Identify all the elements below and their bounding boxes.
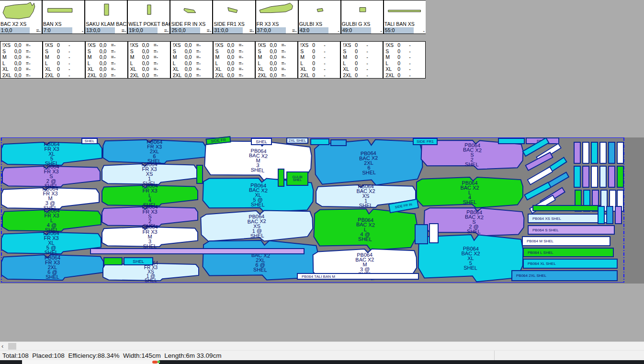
piece-shape-icon (384, 0, 426, 21)
marker-piece[interactable] (429, 223, 439, 243)
size-quantity-row: XL0,0=- (258, 66, 297, 72)
piece-thumbnail-cell[interactable]: SAKU KLAM BACX413:0,0=- (85, 0, 127, 34)
size-table-cell[interactable]: !XS0-S0-M0-L0-XL0-2XL0- (298, 42, 340, 78)
marker-piece[interactable] (617, 166, 624, 188)
marker-piece[interactable] (498, 138, 525, 144)
marker-piece[interactable]: PB064FR X3M3 @SHEL (1, 187, 99, 209)
piece-count-value[interactable]: 7:0 (43, 27, 72, 34)
marker-piece[interactable] (591, 142, 598, 164)
size-table-cell[interactable]: !XS0,0=-S0,0=-M0,0=-L0,0=-XL0,0=-2XL0,0=… (214, 42, 255, 78)
marker-piece[interactable] (532, 205, 600, 211)
size-quantity-row: XL0- (343, 66, 383, 72)
marker-piece[interactable] (617, 142, 624, 164)
piece-count-value[interactable]: 55:0 (384, 27, 414, 34)
marker-piece[interactable]: PB064BAC X2XS1 @SHEL (201, 209, 313, 243)
size-table-cell[interactable]: !XS0-S0-M0-L0-XL0-2XL0- (341, 42, 383, 78)
marker-piece[interactable]: PB064FR X32XL6SHEL (103, 138, 206, 164)
marker-piece[interactable] (330, 139, 347, 146)
marker-piece[interactable]: PB064FR X3XL5 @SHEL (1, 232, 101, 254)
marker-piece[interactable] (582, 166, 589, 188)
pattern-piece-outline (599, 142, 607, 164)
piece-thumbnail-cell[interactable]: FR X3 XS37:0,0=- (256, 0, 298, 34)
piece-thumbnail-cell[interactable]: GULBI G XS49:0- (341, 0, 383, 34)
marker-piece[interactable]: PB064FR X3L4 @SHEL (2, 209, 101, 231)
marker-piece[interactable] (310, 138, 329, 145)
size-table-cell[interactable]: !XS0-S0-M0-L0-XL0-2XL0- (384, 42, 425, 78)
piece-count-value[interactable]: 43:0 (299, 27, 328, 34)
piece-thumbnail-cell[interactable]: BAN XS7:0- (43, 0, 84, 34)
marker-piece[interactable] (599, 166, 607, 188)
marker-piece[interactable] (582, 142, 589, 164)
size-quantity-row: L0- (385, 60, 425, 67)
taskbar[interactable] (0, 360, 644, 364)
marker-piece[interactable]: PB064 XL SHEL (523, 259, 618, 269)
marker-piece[interactable]: PB064FR X3XS1 @SHEL (103, 263, 199, 281)
scroll-left-arrow-icon[interactable]: ‹ (1, 342, 3, 350)
marker-piece[interactable]: PB064BAC X2S2 @SHEL (424, 206, 524, 237)
piece-thumbnail-cell[interactable]: TALI BAN XS55:0- (384, 0, 426, 34)
size-quantity-row: XL0,0=- (2, 66, 42, 72)
size-table-cell[interactable]: !XS0,0=-S0,0=-M0,0=-L0,0=-XL0,0=-2XL0,0=… (86, 42, 127, 78)
marker-piece[interactable] (90, 248, 305, 254)
marker-piece[interactable]: PB064FR X3XL5SHEL (1, 142, 102, 165)
marker-piece[interactable]: SHEL (81, 138, 98, 144)
marker-piece[interactable]: PB064BAC X2L4SHEL (417, 177, 523, 208)
piece-thumbnail-cell[interactable]: GULBI XS43:0- (299, 0, 340, 34)
piece-count-value[interactable]: 1:0,0 (0, 27, 30, 34)
scrollbar-thumb[interactable] (8, 343, 16, 350)
marker-piece[interactable] (196, 165, 203, 184)
piece-count-value[interactable]: 37:0,0 (256, 27, 286, 34)
marker-piece[interactable]: 2XL SHEL (286, 137, 308, 144)
marker-piece[interactable] (103, 257, 123, 265)
status-total: Total:108 (2, 352, 29, 359)
piece-count-value[interactable]: 31:0,0 (213, 27, 243, 34)
marker-piece[interactable] (599, 142, 607, 164)
marker-piece[interactable] (415, 224, 428, 244)
taskbar-window-strip[interactable] (22, 360, 159, 364)
marker-piece[interactable] (591, 166, 598, 188)
size-table-cell[interactable]: !XS0,0=-S0,0=-M0,0=-L0,0=-XL0,0=-2XL0,0=… (0, 42, 42, 78)
horizontal-scrollbar[interactable]: ‹ (0, 341, 644, 350)
marker-piece[interactable]: PB064FR X3M3SHEL (102, 227, 198, 247)
marker-piece[interactable]: PB064FR X32XL6 @SHEL (1, 254, 103, 280)
marker-piece[interactable] (574, 166, 581, 188)
status-length: Length:6m 33.09cm (164, 352, 221, 359)
marker-piece[interactable]: PB064FR X3XS1SHEL (102, 163, 197, 184)
marker-piece[interactable] (606, 206, 613, 224)
marker-piece[interactable]: PB064 2XL SHEL (511, 270, 618, 281)
piece-thumbnail-cell[interactable]: SIDE FR1 XS31:0,0=- (213, 0, 255, 34)
marker-piece[interactable]: PB064BAC X2L4 @SHEL (314, 207, 418, 251)
marker-piece[interactable]: GULBISHEL (286, 171, 308, 186)
size-table-cell[interactable]: !XS0,0=-S0,0=-M0,0=-L0,0=-XL0,0=-2XL0,0=… (171, 42, 213, 78)
size-quantity-row: M0,0=- (215, 54, 255, 60)
marker-piece[interactable]: PB064 TALI BAN M (297, 273, 419, 280)
marker-piece[interactable] (608, 166, 615, 188)
marker-piece[interactable]: SHEL (251, 138, 272, 145)
size-table-cell[interactable]: !XS0-S0-M0-L0-XL0-2XL0- (43, 42, 85, 78)
marker-piece[interactable]: PB064 L SHEL (523, 248, 614, 257)
marker-piece[interactable] (615, 206, 622, 224)
marker-piece[interactable]: SHEL (124, 257, 153, 265)
marker-piece[interactable]: PB064FR X3L4SHEL (102, 185, 198, 206)
marker-piece[interactable] (608, 142, 615, 164)
marker-piece[interactable]: PB064 S SHEL (528, 225, 615, 235)
marker-piece[interactable] (598, 206, 605, 224)
marker-piece[interactable]: PB064FR X3S2 @SHEL (2, 166, 100, 187)
status-bar-divider (494, 351, 495, 361)
piece-count-value[interactable]: 25:0,0 (170, 27, 200, 34)
size-table-cell[interactable]: !XS0,0=-S0,0=-M0,0=-L0,0=-XL0,0=-2XL0,0=… (256, 42, 297, 78)
piece-count-value[interactable]: 49:0 (341, 27, 371, 34)
piece-count-value[interactable]: 19:0,0 (128, 27, 158, 34)
piece-thumbnail-cell[interactable]: SIDE FR IN XS25:0,0=- (170, 0, 212, 34)
piece-thumbnail-cell[interactable]: WELT POKET BAC X19:0,0=- (128, 0, 169, 34)
marker-nesting-area[interactable]: PB064FR X3XL5SHELPB064FR X32XL6SHELPB064… (0, 137, 644, 284)
marker-piece[interactable] (574, 142, 581, 164)
piece-count-value[interactable]: 13:0,0 (85, 27, 115, 34)
piece-thumbnail-cell[interactable]: BAC X2 XS1:0,0=- (0, 0, 42, 34)
marker-piece[interactable]: PB064 M SHEL (522, 236, 610, 246)
size-quantity-row: XL0,0=- (215, 66, 255, 72)
marker-piece[interactable]: SIDE FR1 (413, 138, 438, 145)
size-table-cell[interactable]: !XS0,0=-S0,0=-M0,0=-L0,0=-XL0,0=-2XL0,0=… (128, 42, 170, 78)
marker-piece[interactable] (278, 169, 284, 187)
marker-piece[interactable]: PB064FR X3S2SHEL (102, 206, 198, 226)
